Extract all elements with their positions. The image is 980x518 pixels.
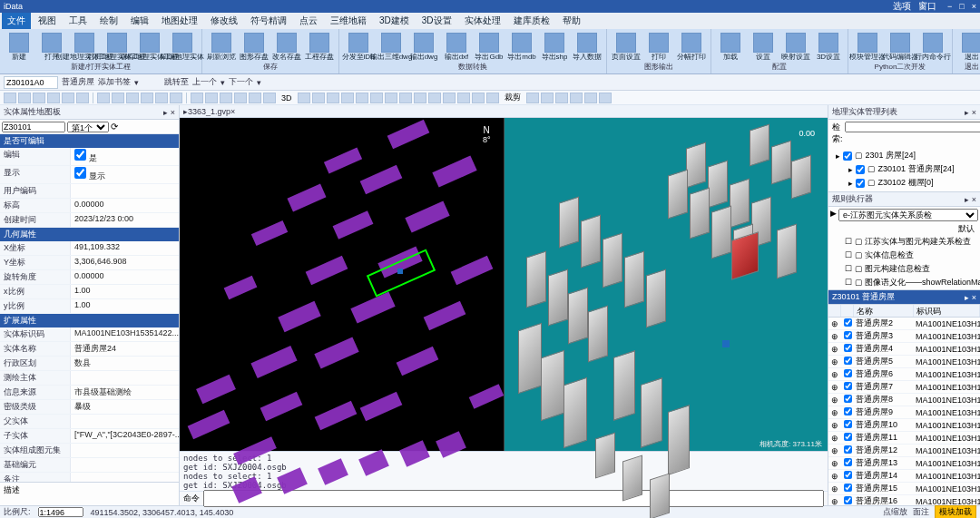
prop-row[interactable]: 测绘主体 <box>0 371 179 386</box>
tool-导出mdb[interactable]: 导出mdb <box>506 31 537 62</box>
center-tab[interactable]: ▸ 3363_1.gvp × <box>180 105 828 118</box>
prop-row[interactable]: 用户编码 <box>0 184 179 199</box>
toolbar-icon[interactable] <box>170 93 182 103</box>
tool-导入数据[interactable]: 导入数据 <box>572 31 603 62</box>
menu-工具[interactable]: 工具 <box>64 13 93 29</box>
toolbar-icon[interactable] <box>191 93 203 103</box>
toolbar-icon[interactable] <box>399 93 412 103</box>
toolbar-icon[interactable] <box>234 93 247 103</box>
max-button[interactable]: □ <box>959 2 964 11</box>
tool-加载[interactable]: 加载 <box>715 31 746 62</box>
panel-apply-icon[interactable]: ⟳ <box>111 122 118 132</box>
prop-row[interactable]: 旋转角度0.00000 <box>0 270 179 285</box>
prop-row[interactable]: 子实体["FW_A","[3C2043E0-2897-... <box>0 429 179 444</box>
toolbar-icon[interactable] <box>486 93 499 103</box>
tool-3D设置[interactable]: 3D设置 <box>813 31 844 62</box>
list-row[interactable]: ⊕普通房屋3MA1001NE103H1535... <box>828 330 980 343</box>
toolbar-icon[interactable] <box>220 93 232 103</box>
prop-row[interactable]: 行政区划数县 <box>0 357 179 371</box>
menu-文件[interactable]: 文件 <box>2 13 31 29</box>
status-badge[interactable]: 模块加载 <box>935 505 976 518</box>
rule-item[interactable]: ☐ ▢ 图像语义化——showRelationMap... <box>828 276 980 289</box>
menu-3D设置[interactable]: 3D设置 <box>416 13 457 29</box>
menu-编辑[interactable]: 编辑 <box>125 13 154 29</box>
menu-建库质检[interactable]: 建库质检 <box>508 13 555 29</box>
toolbar-icon[interactable] <box>126 93 139 103</box>
list-row[interactable]: ⊕普通房屋6MA1001NE103H1535... <box>828 368 980 381</box>
close-icon[interactable]: ▸ × <box>965 108 976 117</box>
prop-row[interactable]: 备注 <box>0 473 179 482</box>
prop-row[interactable]: Y坐标3,306,646.908 <box>0 256 179 270</box>
prop-row[interactable]: X坐标491,109.332 <box>0 241 179 256</box>
list-row[interactable]: ⊕普通房屋8MA1001NE103H1535... <box>828 394 980 406</box>
list-row[interactable]: ⊕普通房屋4MA1001NE103H1535... <box>828 343 980 356</box>
tool-映射设置[interactable]: 映射设置 <box>780 31 811 62</box>
toolbar-icon[interactable] <box>526 93 539 103</box>
menu-实体处理[interactable]: 实体处理 <box>459 13 506 29</box>
tool-页面设置[interactable]: 页面设置 <box>611 31 642 62</box>
toolbar-icon[interactable] <box>443 93 456 103</box>
toolbar-icon[interactable] <box>312 93 325 103</box>
menu-options[interactable]: 选项 <box>893 0 911 13</box>
menu-符号精调[interactable]: 符号精调 <box>245 13 292 29</box>
tool-导出shp[interactable]: 导出shp <box>539 31 570 62</box>
bookmark-label[interactable]: 添加书签 <box>98 76 131 88</box>
list-row[interactable]: ⊕普通房屋7MA1001NE103H1535... <box>828 381 980 394</box>
list-row[interactable]: ⊕普通房屋15MA1001NE103H1535... <box>828 483 980 495</box>
rule-item[interactable]: ☐ ▢ 江苏实体与图元构建关系检查 <box>828 235 980 249</box>
menu-修改线[interactable]: 修改线 <box>205 13 243 29</box>
tool-退出[interactable]: 退出 <box>956 31 980 62</box>
menu-视图[interactable]: 视图 <box>33 13 62 29</box>
toolbar-icon[interactable] <box>141 93 153 103</box>
viewport-3d[interactable]: 0.00 相机高度: 373.11米 <box>505 118 828 451</box>
entity-list[interactable]: ⊕普通房屋2MA1001NE103H1535...⊕普通房屋3MA1001NE1… <box>828 318 980 505</box>
tool-新建[interactable]: 新建 <box>4 31 34 62</box>
toolbar-icon[interactable] <box>341 93 354 103</box>
toolbar-icon[interactable] <box>298 93 310 103</box>
menu-绘制[interactable]: 绘制 <box>94 13 123 29</box>
scale-input[interactable] <box>38 507 83 517</box>
rule-dropdown[interactable]: e-江苏图元实体关系质检 <box>838 209 978 221</box>
toolbar-icon[interactable] <box>97 93 110 103</box>
list-row[interactable]: ⊕普通房屋10MA1001NE103H1535... <box>828 419 980 432</box>
prop-row[interactable]: 标高0.00000 <box>0 199 179 213</box>
menu-三维地籍[interactable]: 三维地籍 <box>325 13 372 29</box>
prop-row[interactable]: 信息来源市县级基础测绘 <box>0 386 179 400</box>
cmd-input[interactable] <box>203 490 824 507</box>
rule-list[interactable]: ☐ ▢ 江苏实体与图元构建关系检查☐ ▢ 实体信息检查☐ ▢ 图元构建信息检查☐… <box>828 235 980 290</box>
list-row[interactable]: ⊕普通房屋9MA1001NE103H1535... <box>828 406 980 419</box>
menu-3D建模[interactable]: 3D建模 <box>374 13 415 29</box>
prop-row[interactable]: 编辑 是 <box>0 148 179 166</box>
menu-window[interactable]: 窗口 <box>918 0 936 13</box>
toolbar-icon[interactable] <box>205 93 218 103</box>
panel-selector[interactable]: 第1个 <box>67 122 109 132</box>
tool-输出dxf[interactable]: 输出dxf <box>441 31 472 62</box>
toolbar-icon[interactable] <box>249 93 261 103</box>
rule-item[interactable]: ☐ ▢ 图元构建信息检查 <box>828 262 980 276</box>
menu-点云[interactable]: 点云 <box>294 13 323 29</box>
tree-node[interactable]: ▸ ▢ Z30102 棚屋[0] <box>830 176 978 190</box>
prev-label[interactable]: 上一个 <box>192 76 217 88</box>
prop-row[interactable]: 显示 显示 <box>0 166 179 184</box>
list-row[interactable]: ⊕普通房屋2MA1001NE103H1535... <box>828 318 980 330</box>
tool-模块管理器[interactable]: 模块管理器 <box>852 31 883 62</box>
list-row[interactable]: ⊕普通房屋5MA1001NE103H1535... <box>828 356 980 368</box>
menu-帮助[interactable]: 帮助 <box>557 13 586 29</box>
tool-刷新浏览[interactable]: 刷新浏览 <box>206 31 237 62</box>
toolbar-icon[interactable] <box>541 93 554 103</box>
viewport-2d[interactable]: N 8° <box>180 118 505 451</box>
list-row[interactable]: ⊕普通房屋16MA1001NE103H1535... <box>828 495 980 505</box>
tool-分幅打印[interactable]: 分幅打印 <box>676 31 707 62</box>
toolbar-icon[interactable] <box>570 93 583 103</box>
prop-row[interactable]: x比例1.00 <box>0 285 179 299</box>
rule-run-icon[interactable]: ▶ <box>830 209 837 221</box>
prop-row[interactable]: 基础编元 <box>0 458 179 473</box>
close-icon[interactable]: ▸ × <box>965 195 976 204</box>
toolbar-icon[interactable] <box>457 93 470 103</box>
tree-node[interactable]: ▸ ▢ 2301 房屋[24] <box>830 149 978 162</box>
prop-row[interactable]: 实体标识码MA1001NE103H15351422... <box>0 327 179 342</box>
tool-刷编地理实体[interactable]: 刷编地理实体 <box>167 31 198 62</box>
toolbar-icon[interactable] <box>599 93 612 103</box>
tool-图形存盘[interactable]: 图形存盘 <box>239 31 270 62</box>
toolbar-icon[interactable] <box>112 93 124 103</box>
